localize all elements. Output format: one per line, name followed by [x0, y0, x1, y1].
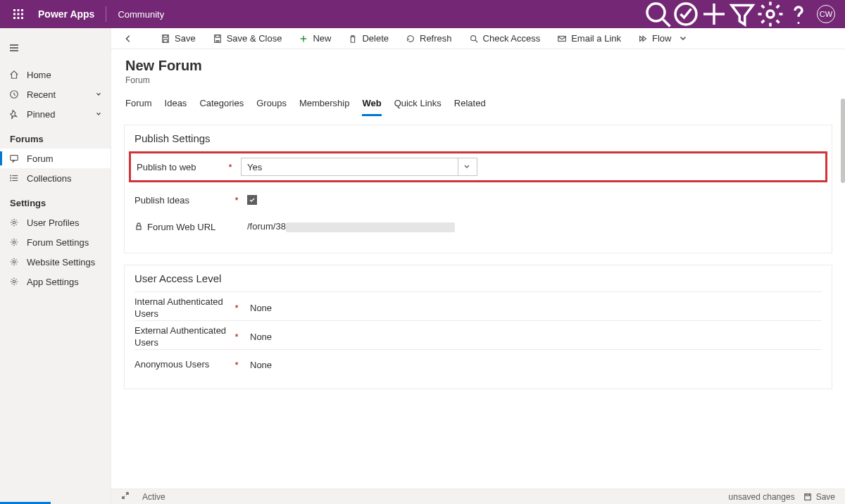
svg-rect-1 [18, 9, 20, 11]
status-state: Active [142, 492, 165, 502]
hamburger-icon[interactable] [0, 35, 28, 61]
svg-rect-43 [806, 493, 809, 496]
environment-label[interactable]: Community [111, 9, 171, 20]
expand-icon[interactable] [121, 491, 130, 502]
quick-save-button[interactable]: Save [803, 492, 835, 502]
svg-rect-4 [18, 13, 20, 15]
settings-icon[interactable] [756, 0, 784, 28]
svg-rect-2 [21, 9, 23, 11]
external-auth-label: External Authenticated Users [134, 325, 233, 349]
external-auth-value[interactable]: None [247, 332, 272, 342]
status-bar: Active unsaved changes Save [111, 489, 845, 504]
svg-line-39 [475, 39, 477, 42]
required-indicator: * [233, 332, 240, 342]
required-indicator: * [227, 162, 234, 172]
nav-section-settings: Settings [0, 188, 111, 213]
user-avatar[interactable]: CW [817, 5, 835, 23]
gear-icon [8, 218, 20, 227]
nav-recent[interactable]: Recent [0, 84, 111, 104]
gear-icon [8, 237, 20, 247]
anonymous-value[interactable]: None [247, 360, 272, 370]
content-pane: Save Save & Close New Delete Refresh Che… [111, 28, 845, 504]
gear-icon [8, 277, 20, 286]
highlight-publish-to-web: Publish to web * Yes [129, 151, 827, 182]
save-button[interactable]: Save [154, 28, 203, 49]
svg-rect-40 [558, 36, 566, 41]
forum-web-url-label: Forum Web URL [134, 222, 233, 232]
nav-user-profiles[interactable]: User Profiles [0, 213, 111, 232]
delete-button[interactable]: Delete [341, 28, 396, 49]
tab-ideas[interactable]: Ideas [165, 98, 187, 116]
add-icon[interactable] [700, 0, 728, 28]
divider [106, 6, 106, 22]
tab-quick-links[interactable]: Quick Links [394, 98, 442, 116]
tab-web[interactable]: Web [362, 98, 381, 116]
svg-rect-5 [21, 13, 23, 15]
refresh-button[interactable]: Refresh [399, 28, 459, 49]
required-indicator: * [233, 360, 240, 370]
tab-membership[interactable]: Membership [299, 98, 350, 116]
page-title: New Forum [125, 58, 831, 74]
tab-forum[interactable]: Forum [125, 98, 152, 116]
nav-pinned[interactable]: Pinned [0, 104, 111, 124]
nav-label: Website Settings [27, 257, 95, 267]
svg-point-27 [13, 221, 15, 224]
internal-auth-value[interactable]: None [247, 303, 272, 313]
publish-to-web-select[interactable]: Yes [241, 158, 477, 176]
search-icon[interactable] [644, 0, 672, 28]
nav-label: Home [27, 70, 51, 80]
scrollbar-thumb[interactable] [841, 99, 845, 183]
filter-icon[interactable] [728, 0, 756, 28]
forum-web-url-value: /forum/38 [247, 221, 822, 232]
nav-label: Pinned [27, 109, 55, 120]
required-indicator: * [233, 195, 240, 206]
top-app-bar: Power Apps Community CW [0, 0, 845, 28]
svg-point-25 [11, 178, 11, 179]
nav-home[interactable]: Home [0, 65, 111, 84]
svg-rect-35 [215, 34, 219, 37]
list-icon [8, 173, 20, 183]
clock-icon [8, 89, 20, 99]
nav-collections[interactable]: Collections [0, 168, 111, 188]
internal-auth-label: Internal Authenticated Users [134, 296, 233, 320]
svg-point-14 [767, 11, 774, 18]
publish-ideas-checkbox[interactable] [247, 195, 822, 206]
save-close-button[interactable]: Save & Close [206, 28, 289, 49]
help-icon[interactable] [784, 0, 813, 28]
app-launcher-icon[interactable] [6, 0, 31, 28]
section-title: Publish Settings [134, 132, 822, 144]
nav-website-settings[interactable]: Website Settings [0, 252, 111, 272]
nav-forum-settings[interactable]: Forum Settings [0, 232, 111, 252]
nav-label: App Settings [27, 277, 79, 287]
home-icon [8, 70, 20, 80]
svg-rect-32 [163, 34, 167, 37]
publish-ideas-label: Publish Ideas [134, 195, 233, 206]
forum-icon [8, 153, 20, 163]
nav-label: Forum [27, 153, 54, 164]
flow-button[interactable]: Flow [631, 28, 695, 49]
nav-forum[interactable]: Forum [0, 149, 111, 168]
svg-point-15 [798, 22, 800, 24]
svg-rect-0 [13, 9, 15, 11]
tab-related[interactable]: Related [454, 98, 486, 116]
svg-point-38 [470, 35, 475, 40]
nav-section-forums: Forums [0, 124, 111, 149]
gear-icon [8, 257, 20, 267]
nav-app-settings[interactable]: App Settings [0, 272, 111, 291]
tab-groups[interactable]: Groups [256, 98, 287, 116]
lock-icon [134, 222, 143, 232]
check-access-button[interactable]: Check Access [462, 28, 548, 49]
svg-point-29 [13, 260, 15, 263]
svg-rect-7 [18, 17, 20, 19]
page-header: New Forum Forum [111, 49, 845, 85]
left-nav: Home Recent Pinned Forums Forum Collecti… [0, 28, 111, 504]
new-button[interactable]: New [292, 28, 338, 49]
target-icon[interactable] [672, 0, 700, 28]
publish-to-web-label: Publish to web [137, 162, 227, 172]
required-indicator [233, 222, 240, 232]
email-link-button[interactable]: Email a Link [550, 28, 628, 49]
back-button[interactable] [118, 34, 138, 44]
svg-point-28 [13, 241, 15, 244]
tab-categories[interactable]: Categories [199, 98, 244, 116]
brand-label[interactable]: Power Apps [31, 8, 101, 20]
